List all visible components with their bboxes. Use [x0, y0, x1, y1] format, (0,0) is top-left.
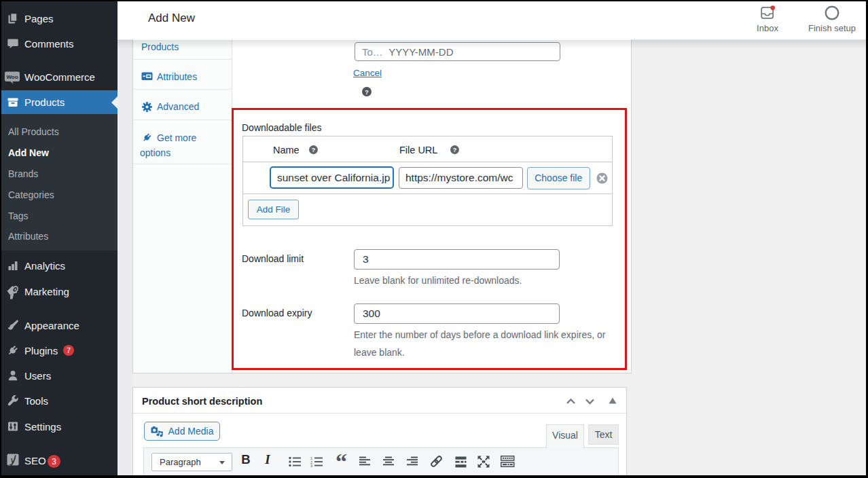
svg-text:3: 3: [310, 464, 312, 467]
svg-text:Woo: Woo: [6, 74, 18, 80]
